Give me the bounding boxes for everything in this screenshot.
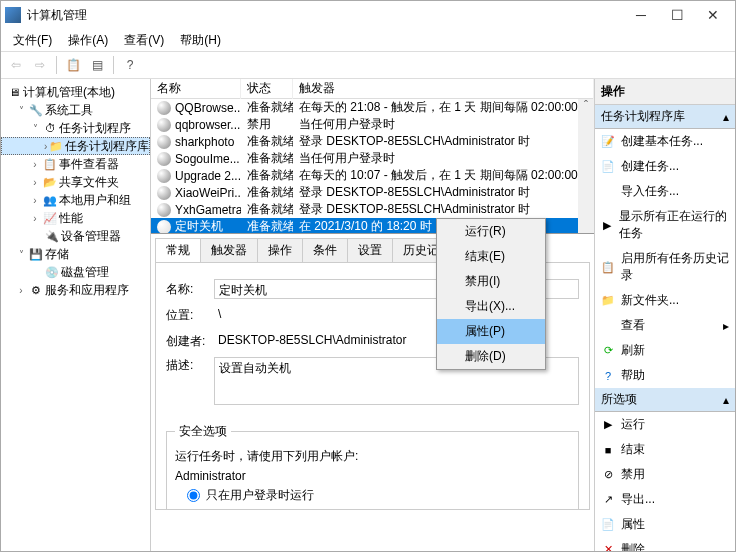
tree-root[interactable]: 🖥计算机管理(本地): [1, 83, 150, 101]
cm-delete[interactable]: 删除(D): [437, 344, 545, 369]
tab-settings[interactable]: 设置: [347, 238, 393, 262]
back-button[interactable]: ⇦: [5, 54, 27, 76]
security-fieldset: 安全选项 运行任务时，请使用下列用户帐户: Administrator 只在用户…: [166, 423, 579, 510]
titlebar: 计算机管理 ─ ☐ ✕: [1, 1, 735, 29]
cm-run[interactable]: 运行(R): [437, 219, 545, 244]
author-label: 创建者:: [166, 333, 214, 350]
cm-props[interactable]: 属性(P): [437, 319, 545, 344]
tree-storage[interactable]: ˅💾存储: [1, 245, 150, 263]
table-header: 名称 状态 触发器: [151, 79, 594, 99]
tree-systemtools[interactable]: ˅🔧系统工具: [1, 101, 150, 119]
action-showrunning[interactable]: ▶显示所有正在运行的任务: [595, 204, 735, 246]
collapse-icon[interactable]: ▴: [723, 393, 729, 407]
col-name[interactable]: 名称: [151, 79, 241, 99]
menu-action[interactable]: 操作(A): [60, 30, 116, 51]
table-row[interactable]: Upgrade 2...准备就绪在每天的 10:07 - 触发后，在 1 天 期…: [151, 167, 594, 184]
window-title: 计算机管理: [27, 7, 623, 24]
close-button[interactable]: ✕: [695, 3, 731, 27]
tree-localusers[interactable]: ›👥本地用户和组: [1, 191, 150, 209]
action-help[interactable]: ?帮助: [595, 363, 735, 388]
minimize-button[interactable]: ─: [623, 3, 659, 27]
location-label: 位置:: [166, 307, 214, 324]
action-delete[interactable]: ✕删除: [595, 537, 735, 551]
action-createbasic[interactable]: 📝创建基本任务...: [595, 129, 735, 154]
tree-devmgr[interactable]: 🔌设备管理器: [1, 227, 150, 245]
menubar: 文件(F) 操作(A) 查看(V) 帮助(H): [1, 29, 735, 51]
help-button[interactable]: ?: [119, 54, 141, 76]
table-row[interactable]: QQBrowse...准备就绪在每天的 21:08 - 触发后，在 1 天 期间…: [151, 99, 594, 116]
radio-loggedon-input[interactable]: [187, 489, 200, 502]
col-trigger[interactable]: 触发器: [293, 79, 594, 99]
tree-performance[interactable]: ›📈性能: [1, 209, 150, 227]
cm-export[interactable]: 导出(X)...: [437, 294, 545, 319]
action-props[interactable]: 📄属性: [595, 512, 735, 537]
cm-disable[interactable]: 禁用(I): [437, 269, 545, 294]
cm-end[interactable]: 结束(E): [437, 244, 545, 269]
runas-value: Administrator: [175, 469, 570, 483]
tree-eventviewer[interactable]: ›📋事件查看器: [1, 155, 150, 173]
menu-help[interactable]: 帮助(H): [172, 30, 229, 51]
table-row[interactable]: SogouIme...准备就绪当任何用户登录时: [151, 150, 594, 167]
action-view[interactable]: 查看▸: [595, 313, 735, 338]
list-button[interactable]: ▤: [86, 54, 108, 76]
action-pane: 操作 任务计划程序库▴ 📝创建基本任务... 📄创建任务... 导入任务... …: [595, 79, 735, 551]
action-newfolder[interactable]: 📁新文件夹...: [595, 288, 735, 313]
scrollbar[interactable]: ˆ: [578, 99, 594, 233]
table-row[interactable]: YxhGametray准备就绪登录 DESKTOP-8E5SLCH\Admini…: [151, 201, 594, 218]
action-run[interactable]: ▶运行: [595, 412, 735, 437]
menu-view[interactable]: 查看(V): [116, 30, 172, 51]
up-button[interactable]: 📋: [62, 54, 84, 76]
name-label: 名称:: [166, 281, 214, 298]
collapse-icon[interactable]: ▴: [723, 110, 729, 124]
col-status[interactable]: 状态: [241, 79, 293, 99]
actions-header: 操作: [595, 79, 735, 105]
group-tasklib: 任务计划程序库▴: [595, 105, 735, 129]
divider: [113, 56, 114, 74]
tab-general[interactable]: 常规: [155, 238, 201, 262]
context-menu: 运行(R) 结束(E) 禁用(I) 导出(X)... 属性(P) 删除(D): [436, 218, 546, 370]
forward-button[interactable]: ⇨: [29, 54, 51, 76]
desc-label: 描述:: [166, 357, 214, 374]
table-row[interactable]: sharkphoto准备就绪登录 DESKTOP-8E5SLCH\Adminis…: [151, 133, 594, 150]
tab-actions[interactable]: 操作: [257, 238, 303, 262]
task-list: 名称 状态 触发器 QQBrowse...准备就绪在每天的 21:08 - 触发…: [151, 79, 594, 234]
tab-triggers[interactable]: 触发器: [200, 238, 258, 262]
table-row[interactable]: qqbrowser...禁用当任何用户登录时: [151, 116, 594, 133]
tree-taskscheduler[interactable]: ˅⏱任务计划程序: [1, 119, 150, 137]
tree-services[interactable]: ›⚙服务和应用程序: [1, 281, 150, 299]
maximize-button[interactable]: ☐: [659, 3, 695, 27]
menu-file[interactable]: 文件(F): [5, 30, 60, 51]
content: 🖥计算机管理(本地) ˅🔧系统工具 ˅⏱任务计划程序 ›📁任务计划程序库 ›📋事…: [1, 79, 735, 551]
tab-conditions[interactable]: 条件: [302, 238, 348, 262]
group-selected: 所选项▴: [595, 388, 735, 412]
radio-loggedon[interactable]: 只在用户登录时运行: [187, 487, 570, 504]
tree-sharedfolders[interactable]: ›📂共享文件夹: [1, 173, 150, 191]
security-legend: 安全选项: [175, 423, 231, 440]
action-end[interactable]: ■结束: [595, 437, 735, 462]
action-create[interactable]: 📄创建任务...: [595, 154, 735, 179]
toolbar: ⇦ ⇨ 📋 ▤ ?: [1, 51, 735, 79]
action-disable[interactable]: ⊘禁用: [595, 462, 735, 487]
table-row[interactable]: XiaoWeiPri...准备就绪登录 DESKTOP-8E5SLCH\Admi…: [151, 184, 594, 201]
action-import[interactable]: 导入任务...: [595, 179, 735, 204]
app-icon: [5, 7, 21, 23]
tree-diskmgr[interactable]: 💿磁盘管理: [1, 263, 150, 281]
action-enablehistory[interactable]: 📋启用所有任务历史记录: [595, 246, 735, 288]
tree-tasklib[interactable]: ›📁任务计划程序库: [1, 137, 150, 155]
divider: [56, 56, 57, 74]
action-export[interactable]: ↗导出...: [595, 487, 735, 512]
action-refresh[interactable]: ⟳刷新: [595, 338, 735, 363]
runas-label: 运行任务时，请使用下列用户帐户:: [175, 448, 570, 465]
tree-pane: 🖥计算机管理(本地) ˅🔧系统工具 ˅⏱任务计划程序 ›📁任务计划程序库 ›📋事…: [1, 79, 151, 551]
